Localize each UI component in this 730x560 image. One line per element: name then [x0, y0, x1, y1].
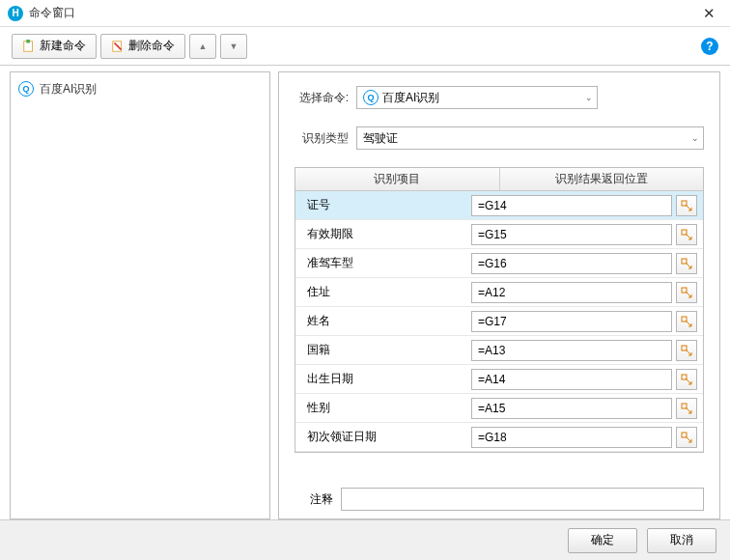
move-down-button[interactable]: ▼: [220, 34, 247, 59]
cell-picker-icon: [681, 258, 692, 269]
window-title: 命令窗口: [29, 5, 691, 21]
table-row[interactable]: 性别=A15: [295, 394, 703, 423]
item-cell: 出生日期: [307, 371, 471, 387]
cell-picker-button[interactable]: [676, 427, 697, 448]
item-cell: 姓名: [307, 313, 471, 329]
chevron-down-icon: ⌄: [585, 93, 593, 102]
help-button[interactable]: ?: [701, 38, 718, 55]
table-row[interactable]: 住址=A12: [295, 278, 703, 307]
cell-picker-icon: [681, 287, 692, 298]
position-input[interactable]: =A15: [471, 398, 672, 419]
comment-label: 注释: [295, 491, 333, 508]
type-value: 驾驶证: [363, 130, 398, 147]
cell-picker-button[interactable]: [676, 195, 697, 216]
item-cell: 有效期限: [307, 226, 471, 242]
cell-picker-button[interactable]: [676, 340, 697, 361]
table-row[interactable]: 证号=G14: [295, 191, 703, 220]
table-row[interactable]: 准驾车型=G16: [295, 249, 703, 278]
close-button[interactable]: ✕: [691, 1, 726, 26]
table-row[interactable]: 出生日期=A14: [295, 365, 703, 394]
table-row[interactable]: 姓名=G17: [295, 307, 703, 336]
cell-picker-button[interactable]: [676, 224, 697, 245]
position-input[interactable]: =G16: [471, 253, 672, 274]
type-label: 识别类型: [295, 130, 349, 147]
item-cell: 准驾车型: [307, 255, 471, 271]
position-input[interactable]: =G15: [471, 224, 672, 245]
table-header: 识别项目 识别结果返回位置: [295, 168, 703, 191]
cell-picker-icon: [681, 403, 692, 414]
item-cell: 国籍: [307, 342, 471, 358]
position-input[interactable]: =A14: [471, 369, 672, 390]
delete-icon: [111, 40, 125, 53]
type-combo[interactable]: 驾驶证 ⌄: [356, 126, 704, 150]
item-cell: 初次领证日期: [307, 429, 471, 445]
cancel-button[interactable]: 取消: [647, 528, 716, 553]
search-icon: Q: [363, 90, 379, 105]
svg-rect-1: [26, 40, 30, 43]
chevron-down-icon: ⌄: [691, 133, 699, 143]
select-command-value: 百度AI识别: [382, 90, 439, 106]
cell-picker-button[interactable]: [676, 398, 697, 419]
tree-item-label: 百度AI识别: [40, 81, 97, 98]
cell-picker-icon: [681, 316, 692, 327]
cell-picker-icon: [681, 229, 692, 240]
form-pane: 选择命令: Q 百度AI识别 ⌄ 识别类型 驾驶证 ⌄ 识别项目 识别结果返回位…: [278, 71, 720, 519]
position-input[interactable]: =G18: [471, 427, 672, 448]
select-command-label: 选择命令:: [295, 90, 349, 106]
items-table: 识别项目 识别结果返回位置 证号=G14有效期限=G15准驾车型=G16住址=A…: [295, 167, 704, 453]
cell-picker-button[interactable]: [676, 369, 697, 390]
item-cell: 证号: [307, 197, 471, 213]
position-input[interactable]: =G14: [471, 195, 672, 216]
cell-picker-button[interactable]: [676, 253, 697, 274]
cell-picker-button[interactable]: [676, 311, 697, 332]
new-command-label: 新建命令: [40, 38, 86, 54]
select-command-combo[interactable]: Q 百度AI识别 ⌄: [356, 86, 598, 109]
cell-picker-button[interactable]: [676, 282, 697, 303]
item-cell: 住址: [307, 284, 471, 300]
new-command-button[interactable]: 新建命令: [12, 34, 97, 59]
delete-command-label: 删除命令: [128, 38, 175, 54]
title-bar: H 命令窗口 ✕: [0, 0, 730, 27]
cell-picker-icon: [681, 432, 692, 443]
help-icon: ?: [706, 40, 713, 53]
cell-picker-icon: [681, 200, 692, 211]
position-input[interactable]: =A13: [471, 340, 672, 361]
ok-button[interactable]: 确定: [568, 528, 637, 553]
comment-input[interactable]: [341, 488, 704, 511]
new-icon: [22, 40, 36, 53]
col-position: 识别结果返回位置: [500, 168, 704, 190]
table-row[interactable]: 初次领证日期=G18: [295, 423, 703, 452]
command-tree: Q 百度AI识别: [10, 71, 270, 519]
cell-picker-icon: [681, 345, 692, 356]
move-up-button[interactable]: ▲: [189, 34, 216, 59]
delete-command-button[interactable]: 删除命令: [100, 34, 185, 59]
col-item: 识别项目: [295, 168, 500, 190]
table-row[interactable]: 国籍=A13: [295, 336, 703, 365]
toolbar: 新建命令 删除命令 ▲ ▼ ?: [0, 27, 730, 66]
app-icon: H: [8, 6, 23, 21]
arrow-up-icon: ▲: [199, 42, 208, 51]
tree-item[interactable]: Q 百度AI识别: [18, 78, 262, 99]
arrow-down-icon: ▼: [230, 42, 239, 51]
table-row[interactable]: 有效期限=G15: [295, 220, 703, 249]
position-input[interactable]: =A12: [471, 282, 672, 303]
position-input[interactable]: =G17: [471, 311, 672, 332]
dialog-footer: 确定 取消: [0, 519, 730, 560]
search-icon: Q: [18, 81, 34, 97]
cell-picker-icon: [681, 374, 692, 385]
item-cell: 性别: [307, 400, 471, 416]
